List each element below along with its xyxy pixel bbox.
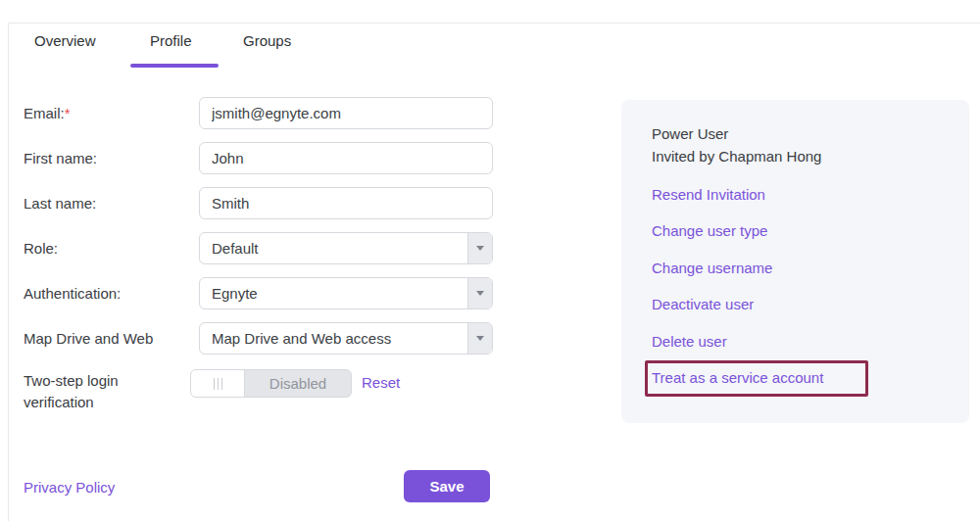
toggle-state-label: Disabled: [245, 370, 351, 397]
role-select-value: Default: [200, 233, 467, 263]
two-step-toggle[interactable]: Disabled: [190, 369, 352, 398]
active-tab-indicator: [130, 64, 219, 68]
map-drive-row: Map Drive and Web Map Drive and Web acce…: [24, 322, 493, 355]
last-name-field[interactable]: [199, 187, 493, 219]
first-name-row: First name:: [24, 142, 493, 174]
email-label-text: Email:: [24, 105, 65, 121]
save-button[interactable]: Save: [404, 470, 490, 502]
change-user-type-link[interactable]: Change user type: [652, 222, 767, 239]
user-actions-panel: Power User Invited by Chapman Hong Resen…: [621, 100, 969, 423]
change-username-link[interactable]: Change username: [652, 260, 772, 276]
two-step-label: Two-step login verification: [24, 367, 190, 413]
role-select-arrow-button[interactable]: [467, 233, 492, 263]
reset-link[interactable]: Reset: [362, 374, 400, 391]
map-drive-select-arrow-button[interactable]: [467, 323, 492, 354]
grip-icon: [214, 378, 215, 390]
treat-as-service-account-link[interactable]: Treat as a service account: [652, 369, 823, 386]
invited-by-label: Invited by Chapman Hong: [652, 145, 821, 167]
authentication-select[interactable]: Egnyte: [199, 277, 493, 309]
map-drive-select[interactable]: Map Drive and Web access: [199, 322, 493, 355]
content-left-border: [8, 23, 9, 521]
required-asterisk: *: [65, 105, 71, 121]
privacy-policy-link[interactable]: Privacy Policy: [24, 479, 115, 496]
grip-icon: [218, 378, 219, 390]
authentication-row: Authentication: Egnyte: [24, 277, 493, 309]
role-label: Role:: [24, 238, 199, 260]
grip-icon: [221, 378, 222, 390]
chevron-down-icon: [476, 336, 484, 341]
first-name-label: First name:: [24, 148, 199, 169]
content-top-border: [8, 23, 980, 24]
email-row: Email:*: [24, 97, 493, 129]
authentication-select-value: Egnyte: [200, 278, 467, 308]
user-type-label: Power User: [652, 122, 821, 145]
email-field[interactable]: [199, 97, 493, 129]
authentication-select-arrow-button[interactable]: [467, 278, 492, 308]
resend-invitation-link[interactable]: Resend Invitation: [652, 186, 765, 203]
two-step-row: Two-step login verification Disabled Res…: [24, 367, 400, 413]
role-row: Role: Default: [24, 232, 493, 264]
tab-overview[interactable]: Overview: [34, 32, 96, 49]
deactivate-user-link[interactable]: Deactivate user: [652, 296, 754, 312]
last-name-row: Last name:: [24, 187, 493, 219]
delete-user-link[interactable]: Delete user: [652, 333, 727, 350]
email-label: Email:*: [24, 103, 199, 124]
first-name-field[interactable]: [199, 142, 493, 174]
tab-groups[interactable]: Groups: [243, 32, 291, 49]
map-drive-select-value: Map Drive and Web access: [200, 323, 467, 354]
role-select[interactable]: Default: [199, 232, 493, 264]
user-info: Power User Invited by Chapman Hong: [652, 122, 821, 167]
last-name-label: Last name:: [24, 193, 199, 214]
authentication-label: Authentication:: [24, 283, 199, 305]
chevron-down-icon: [476, 291, 484, 296]
tab-profile[interactable]: Profile: [150, 32, 192, 49]
map-drive-label: Map Drive and Web: [24, 328, 199, 350]
toggle-knob[interactable]: [191, 370, 245, 397]
chevron-down-icon: [476, 246, 484, 251]
